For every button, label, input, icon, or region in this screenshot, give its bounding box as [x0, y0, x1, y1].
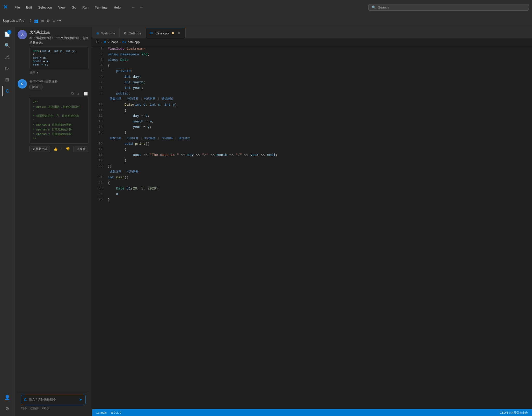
- hint-daima-2[interactable]: 代码解释: [162, 136, 173, 141]
- code-line-6: int day;: [108, 74, 532, 80]
- back-button[interactable]: ←: [129, 4, 137, 10]
- line-numbers: 1 2 3 4 5 6 7 8 9 10 11 12 13 14 15: [92, 46, 106, 203]
- ln-hint2: [92, 136, 103, 141]
- close-tab-button[interactable]: ✕: [177, 31, 181, 35]
- like-button[interactable]: 👍: [53, 147, 58, 151]
- insert-code-button[interactable]: ↙: [76, 91, 81, 96]
- breadcrumb-file[interactable]: date.cpp: [128, 40, 140, 44]
- menu-file[interactable]: File: [12, 4, 23, 10]
- code-line-2: using namespace std;: [108, 52, 532, 57]
- activity-source-control[interactable]: ⎇: [2, 52, 12, 62]
- menu-run[interactable]: Run: [80, 4, 91, 10]
- code-line-22: {: [108, 180, 532, 186]
- code-line-4: {: [108, 63, 532, 69]
- activity-extensions[interactable]: ⊞: [2, 75, 12, 85]
- activity-settings[interactable]: ⚙: [2, 404, 12, 414]
- code-editor[interactable]: 1 2 3 4 5 6 7 8 9 10 11 12 13 14 15: [92, 46, 532, 409]
- tab-settings[interactable]: ⚙ Settings: [120, 28, 145, 38]
- send-button[interactable]: ➤: [79, 397, 82, 402]
- chat-spacer: [18, 155, 89, 389]
- main-area: 📄 1 🔍 ⎇ ▷ ⊞ C 👤 ⚙: [0, 27, 532, 416]
- forward-button[interactable]: →: [138, 4, 145, 10]
- hint-funshu-3[interactable]: 函数注释: [110, 170, 121, 174]
- hint-funshu-1[interactable]: 函数注释: [110, 97, 121, 101]
- ln-4: 4: [92, 63, 103, 69]
- ln-24: 24: [92, 191, 103, 197]
- settings-gear-icon[interactable]: ⚙: [47, 19, 50, 23]
- statusbar-attribution: CSDN ©大耳朵土土垚: [500, 411, 528, 414]
- more-icon[interactable]: •••: [57, 19, 61, 23]
- bot-input-icon: C: [24, 398, 27, 402]
- unsaved-indicator: [172, 32, 174, 34]
- ln-21: 21: [92, 175, 103, 180]
- ln-18: 18: [92, 152, 103, 158]
- tab-welcome[interactable]: ⊕ Welcome: [92, 28, 120, 38]
- menu-edit[interactable]: Edit: [24, 4, 34, 10]
- code-line-3: class Date: [108, 57, 532, 63]
- regenerate-button[interactable]: ↻ 重新生成: [30, 146, 50, 152]
- hint-tiaoyou-2[interactable]: 调优建议: [179, 136, 190, 141]
- layout-icon[interactable]: ⊞: [41, 19, 44, 23]
- menu-go[interactable]: Go: [69, 4, 79, 10]
- breadcrumb-folder[interactable]: VScope: [107, 40, 118, 44]
- search-icon: 🔍: [372, 5, 376, 9]
- more-code-button[interactable]: ⬜: [83, 91, 89, 96]
- run-activity-icon: ▷: [5, 65, 9, 71]
- ln-16: 16: [92, 141, 103, 147]
- upgrade-button[interactable]: Upgrade to Pro: [3, 19, 24, 23]
- menu-icon[interactable]: ≡: [53, 19, 55, 23]
- input-placeholder: 输入 / 调起快捷指令: [29, 397, 77, 402]
- global-search[interactable]: 🔍 Search: [368, 4, 529, 11]
- menu-selection[interactable]: Selection: [35, 4, 54, 10]
- ln-8: 8: [92, 85, 103, 91]
- hint-daima-3[interactable]: 代码解释: [127, 170, 139, 174]
- feedback-button[interactable]: ⊡ 反馈: [74, 146, 88, 152]
- ln-1: 1: [92, 46, 103, 52]
- hint-daima-1[interactable]: 代码解释: [144, 97, 156, 101]
- chat-area: 大 大耳朵土土垚 给下面这段代码加上中文的文档注释，包括函数参数: Date(i…: [14, 27, 92, 416]
- ln-12: 12: [92, 113, 103, 119]
- copy-code-button[interactable]: ⧉: [70, 91, 75, 96]
- accounts-icon[interactable]: 👥: [34, 19, 38, 23]
- activity-files[interactable]: 📄 1: [2, 29, 12, 39]
- activity-comate[interactable]: C: [2, 86, 12, 96]
- breadcrumb-drive[interactable]: D:: [96, 40, 99, 44]
- hint-hangji-1[interactable]: 行间注释: [127, 97, 139, 101]
- breadcrumb: D: › ⊕ VScope › C+ date.cpp: [92, 38, 532, 46]
- bot-message: C @Comate /函数注释 C/C++ ⧉ ↙ ⬜ /** * @brief…: [18, 79, 89, 152]
- secondary-toolbar: Upgrade to Pro ? 👥 ⊞ ⚙ ≡ •••: [0, 14, 532, 27]
- activity-account[interactable]: 👤: [2, 392, 12, 403]
- menu-terminal[interactable]: Terminal: [92, 4, 110, 10]
- hint-funshu-2[interactable]: 函数注释: [110, 136, 121, 141]
- hint-tiaoyou-1[interactable]: 调优建议: [162, 97, 173, 101]
- hint-shengcheng-2[interactable]: 生成单测: [144, 136, 156, 141]
- knowledge-tag[interactable]: #知识: [42, 406, 49, 410]
- dislike-button[interactable]: 👎: [65, 147, 70, 151]
- ln-23: 23: [92, 186, 103, 192]
- plugin-tag[interactable]: @插件: [30, 406, 39, 410]
- ln-2: 2: [92, 52, 103, 57]
- activity-run[interactable]: ▷: [2, 63, 12, 74]
- menu-view[interactable]: View: [56, 4, 68, 10]
- statusbar-right: CSDN ©大耳朵土土垚: [500, 411, 528, 415]
- ln-7: 7: [92, 80, 103, 85]
- code-snippet-preview: Date(int d, int m, int y) { day = d; mon…: [30, 47, 89, 69]
- chat-input-box[interactable]: C 输入 / 调起快捷指令 ➤: [21, 395, 86, 404]
- code-line-13: month = m;: [108, 119, 532, 125]
- code-line-17: {: [108, 147, 532, 152]
- activity-search[interactable]: 🔍: [2, 40, 12, 51]
- command-tag[interactable]: /指令: [21, 406, 27, 410]
- ln-22: 22: [92, 180, 103, 186]
- code-line-8: int year;: [108, 85, 532, 91]
- tab-datecpp[interactable]: C+ date.cpp ✕: [145, 28, 186, 38]
- user-prompt: 给下面这段代码加上中文的文档注释，包括函数参数:: [30, 36, 89, 45]
- code-line-19: }: [108, 158, 532, 164]
- menu-help[interactable]: Help: [111, 4, 123, 10]
- action-row: ↻ 重新生成 👍 | 👎 ⊡ 反馈: [30, 146, 89, 152]
- help-icon[interactable]: ?: [29, 19, 31, 23]
- titlebar: ✕ File Edit Selection View Go Run Termin…: [0, 0, 532, 14]
- code-line-15: }: [108, 130, 532, 136]
- hint-hangji-2[interactable]: 行间注释: [127, 136, 139, 141]
- expand-code-button[interactable]: 展开 ▼: [30, 70, 39, 75]
- bot-name: @Comate /函数注释: [30, 79, 89, 84]
